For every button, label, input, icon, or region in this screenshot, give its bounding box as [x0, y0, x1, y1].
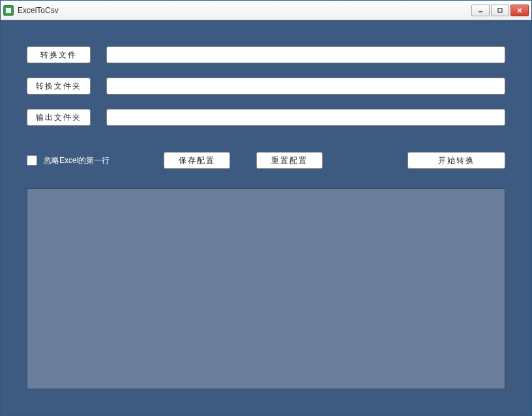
convert-file-row: 转换文件: [27, 46, 505, 63]
app-window: ExcelToCsv 转换文件 转换文件夹 输出文件夹: [0, 0, 532, 416]
convert-folder-button[interactable]: 转换文件夹: [27, 78, 91, 95]
convert-folder-input[interactable]: [106, 78, 505, 95]
log-output[interactable]: [27, 188, 505, 389]
convert-folder-row: 转换文件夹: [27, 78, 505, 95]
save-config-button[interactable]: 保存配置: [164, 152, 230, 169]
minimize-icon: [477, 7, 484, 14]
output-folder-button[interactable]: 输出文件夹: [27, 109, 91, 126]
action-buttons-left: 保存配置 重置配置: [164, 152, 323, 169]
ignore-first-row-group: 忽略Excel的第一行: [27, 155, 164, 166]
close-icon: [516, 7, 523, 14]
ignore-first-row-label: 忽略Excel的第一行: [44, 155, 110, 166]
output-folder-input[interactable]: [106, 109, 505, 126]
content-area: 转换文件 转换文件夹 输出文件夹 忽略Excel的第一行 保存配置 重置配置: [1, 20, 531, 415]
minimize-button[interactable]: [471, 5, 490, 16]
window-title: ExcelToCsv: [18, 6, 471, 15]
output-folder-row: 输出文件夹: [27, 109, 505, 126]
titlebar: ExcelToCsv: [1, 1, 531, 20]
maximize-button[interactable]: [491, 5, 509, 16]
reset-config-button[interactable]: 重置配置: [256, 152, 323, 169]
window-controls: [471, 5, 529, 16]
maximize-icon: [497, 7, 503, 14]
close-button[interactable]: [510, 5, 529, 16]
app-icon: [3, 5, 14, 16]
ignore-first-row-checkbox[interactable]: [27, 155, 37, 166]
convert-file-input[interactable]: [106, 46, 505, 63]
convert-file-button[interactable]: 转换文件: [27, 46, 91, 63]
start-convert-button[interactable]: 开始转换: [407, 152, 505, 169]
svg-rect-1: [498, 8, 502, 12]
form-rows: 转换文件 转换文件夹 输出文件夹: [27, 46, 505, 126]
action-row: 忽略Excel的第一行 保存配置 重置配置 开始转换: [27, 152, 505, 169]
